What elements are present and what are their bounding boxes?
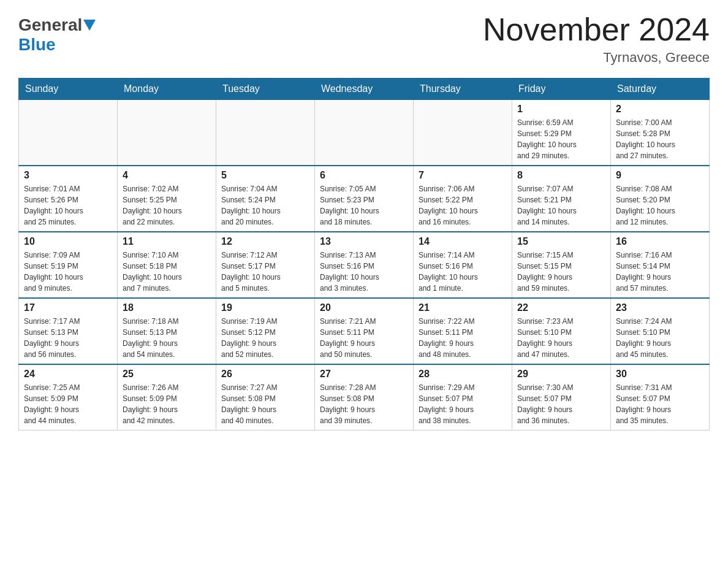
day-number: 18 <box>123 302 211 313</box>
day-info: Sunrise: 7:22 AM Sunset: 5:11 PM Dayligh… <box>419 316 507 360</box>
week-row-2: 3Sunrise: 7:01 AM Sunset: 5:26 PM Daylig… <box>19 166 710 232</box>
calendar-cell: 23Sunrise: 7:24 AM Sunset: 5:10 PM Dayli… <box>611 298 710 364</box>
calendar-cell: 13Sunrise: 7:13 AM Sunset: 5:16 PM Dayli… <box>315 232 414 298</box>
weekday-header-wednesday: Wednesday <box>315 79 414 100</box>
title-section: November 2024 Tyrnavos, Greece <box>483 12 710 66</box>
calendar-cell: 15Sunrise: 7:15 AM Sunset: 5:15 PM Dayli… <box>512 232 611 298</box>
week-row-3: 10Sunrise: 7:09 AM Sunset: 5:19 PM Dayli… <box>19 232 710 298</box>
day-info: Sunrise: 7:29 AM Sunset: 5:07 PM Dayligh… <box>419 382 507 426</box>
day-number: 5 <box>221 170 309 181</box>
calendar-cell: 1Sunrise: 6:59 AM Sunset: 5:29 PM Daylig… <box>512 100 611 166</box>
calendar-cell <box>19 100 118 166</box>
day-number: 6 <box>320 170 408 181</box>
day-info: Sunrise: 7:27 AM Sunset: 5:08 PM Dayligh… <box>221 382 309 426</box>
day-info: Sunrise: 7:24 AM Sunset: 5:10 PM Dayligh… <box>616 316 704 360</box>
day-number: 11 <box>123 236 211 247</box>
day-info: Sunrise: 7:17 AM Sunset: 5:13 PM Dayligh… <box>24 316 112 360</box>
day-info: Sunrise: 7:10 AM Sunset: 5:18 PM Dayligh… <box>123 250 211 294</box>
calendar-cell: 8Sunrise: 7:07 AM Sunset: 5:21 PM Daylig… <box>512 166 611 232</box>
day-info: Sunrise: 7:06 AM Sunset: 5:22 PM Dayligh… <box>419 183 507 228</box>
calendar-cell: 4Sunrise: 7:02 AM Sunset: 5:25 PM Daylig… <box>118 166 216 232</box>
calendar-cell: 18Sunrise: 7:18 AM Sunset: 5:13 PM Dayli… <box>118 298 216 364</box>
calendar-cell: 22Sunrise: 7:23 AM Sunset: 5:10 PM Dayli… <box>512 298 611 364</box>
day-info: Sunrise: 7:01 AM Sunset: 5:26 PM Dayligh… <box>24 183 112 228</box>
calendar-cell: 24Sunrise: 7:25 AM Sunset: 5:09 PM Dayli… <box>19 364 118 431</box>
day-info: Sunrise: 7:23 AM Sunset: 5:10 PM Dayligh… <box>517 316 605 360</box>
calendar-cell: 30Sunrise: 7:31 AM Sunset: 5:07 PM Dayli… <box>611 364 710 431</box>
day-number: 10 <box>24 236 112 247</box>
logo: General Blue <box>18 15 96 55</box>
day-number: 17 <box>24 302 112 313</box>
day-number: 3 <box>24 170 112 181</box>
day-info: Sunrise: 7:12 AM Sunset: 5:17 PM Dayligh… <box>221 250 309 294</box>
logo-blue-text: Blue <box>18 35 56 55</box>
day-number: 9 <box>616 170 704 181</box>
day-number: 2 <box>616 104 704 115</box>
day-number: 29 <box>517 369 605 380</box>
calendar-cell: 26Sunrise: 7:27 AM Sunset: 5:08 PM Dayli… <box>216 364 315 431</box>
weekday-header-sunday: Sunday <box>19 79 118 100</box>
day-info: Sunrise: 7:16 AM Sunset: 5:14 PM Dayligh… <box>616 250 704 294</box>
day-info: Sunrise: 7:21 AM Sunset: 5:11 PM Dayligh… <box>320 316 408 360</box>
weekday-header-monday: Monday <box>118 79 216 100</box>
subtitle: Tyrnavos, Greece <box>483 50 710 66</box>
day-number: 28 <box>419 369 507 380</box>
day-info: Sunrise: 7:02 AM Sunset: 5:25 PM Dayligh… <box>123 183 211 228</box>
day-info: Sunrise: 7:07 AM Sunset: 5:21 PM Dayligh… <box>517 183 605 228</box>
calendar-cell: 3Sunrise: 7:01 AM Sunset: 5:26 PM Daylig… <box>19 166 118 232</box>
day-number: 7 <box>419 170 507 181</box>
day-number: 27 <box>320 369 408 380</box>
day-info: Sunrise: 7:28 AM Sunset: 5:08 PM Dayligh… <box>320 382 408 426</box>
calendar-cell: 11Sunrise: 7:10 AM Sunset: 5:18 PM Dayli… <box>118 232 216 298</box>
day-number: 15 <box>517 236 605 247</box>
calendar-cell <box>315 100 414 166</box>
logo-triangle-icon <box>83 20 96 32</box>
day-number: 14 <box>419 236 507 247</box>
calendar-cell: 12Sunrise: 7:12 AM Sunset: 5:17 PM Dayli… <box>216 232 315 298</box>
weekday-header-row: SundayMondayTuesdayWednesdayThursdayFrid… <box>19 79 710 100</box>
day-number: 24 <box>24 369 112 380</box>
day-info: Sunrise: 7:19 AM Sunset: 5:12 PM Dayligh… <box>221 316 309 360</box>
calendar-cell <box>414 100 512 166</box>
day-info: Sunrise: 7:18 AM Sunset: 5:13 PM Dayligh… <box>123 316 211 360</box>
day-info: Sunrise: 7:14 AM Sunset: 5:16 PM Dayligh… <box>419 250 507 294</box>
calendar-table: SundayMondayTuesdayWednesdayThursdayFrid… <box>18 78 710 431</box>
day-info: Sunrise: 7:15 AM Sunset: 5:15 PM Dayligh… <box>517 250 605 294</box>
calendar-cell: 14Sunrise: 7:14 AM Sunset: 5:16 PM Dayli… <box>414 232 512 298</box>
weekday-header-friday: Friday <box>512 79 611 100</box>
day-info: Sunrise: 7:25 AM Sunset: 5:09 PM Dayligh… <box>24 382 112 426</box>
day-info: Sunrise: 7:00 AM Sunset: 5:28 PM Dayligh… <box>616 117 704 161</box>
calendar-cell: 16Sunrise: 7:16 AM Sunset: 5:14 PM Dayli… <box>611 232 710 298</box>
day-info: Sunrise: 7:04 AM Sunset: 5:24 PM Dayligh… <box>221 183 309 228</box>
week-row-1: 1Sunrise: 6:59 AM Sunset: 5:29 PM Daylig… <box>19 100 710 166</box>
day-info: Sunrise: 7:09 AM Sunset: 5:19 PM Dayligh… <box>24 250 112 294</box>
calendar-cell: 25Sunrise: 7:26 AM Sunset: 5:09 PM Dayli… <box>118 364 216 431</box>
calendar-cell: 29Sunrise: 7:30 AM Sunset: 5:07 PM Dayli… <box>512 364 611 431</box>
day-number: 23 <box>616 302 704 313</box>
calendar-cell: 28Sunrise: 7:29 AM Sunset: 5:07 PM Dayli… <box>414 364 512 431</box>
day-info: Sunrise: 7:26 AM Sunset: 5:09 PM Dayligh… <box>123 382 211 426</box>
day-number: 16 <box>616 236 704 247</box>
day-info: Sunrise: 7:30 AM Sunset: 5:07 PM Dayligh… <box>517 382 605 426</box>
page-header: General Blue November 2024 Tyrnavos, Gre… <box>18 12 710 66</box>
calendar-cell: 5Sunrise: 7:04 AM Sunset: 5:24 PM Daylig… <box>216 166 315 232</box>
week-row-5: 24Sunrise: 7:25 AM Sunset: 5:09 PM Dayli… <box>19 364 710 431</box>
day-info: Sunrise: 7:08 AM Sunset: 5:20 PM Dayligh… <box>616 183 704 228</box>
day-number: 19 <box>221 302 309 313</box>
calendar-cell: 17Sunrise: 7:17 AM Sunset: 5:13 PM Dayli… <box>19 298 118 364</box>
day-info: Sunrise: 7:13 AM Sunset: 5:16 PM Dayligh… <box>320 250 408 294</box>
calendar-cell <box>118 100 216 166</box>
day-info: Sunrise: 7:31 AM Sunset: 5:07 PM Dayligh… <box>616 382 704 426</box>
day-number: 4 <box>123 170 211 181</box>
calendar-cell: 20Sunrise: 7:21 AM Sunset: 5:11 PM Dayli… <box>315 298 414 364</box>
svg-marker-0 <box>83 20 96 31</box>
calendar-cell: 6Sunrise: 7:05 AM Sunset: 5:23 PM Daylig… <box>315 166 414 232</box>
day-number: 25 <box>123 369 211 380</box>
weekday-header-saturday: Saturday <box>611 79 710 100</box>
day-number: 20 <box>320 302 408 313</box>
weekday-header-thursday: Thursday <box>414 79 512 100</box>
day-number: 8 <box>517 170 605 181</box>
day-info: Sunrise: 7:05 AM Sunset: 5:23 PM Dayligh… <box>320 183 408 228</box>
calendar-cell: 27Sunrise: 7:28 AM Sunset: 5:08 PM Dayli… <box>315 364 414 431</box>
day-number: 22 <box>517 302 605 313</box>
